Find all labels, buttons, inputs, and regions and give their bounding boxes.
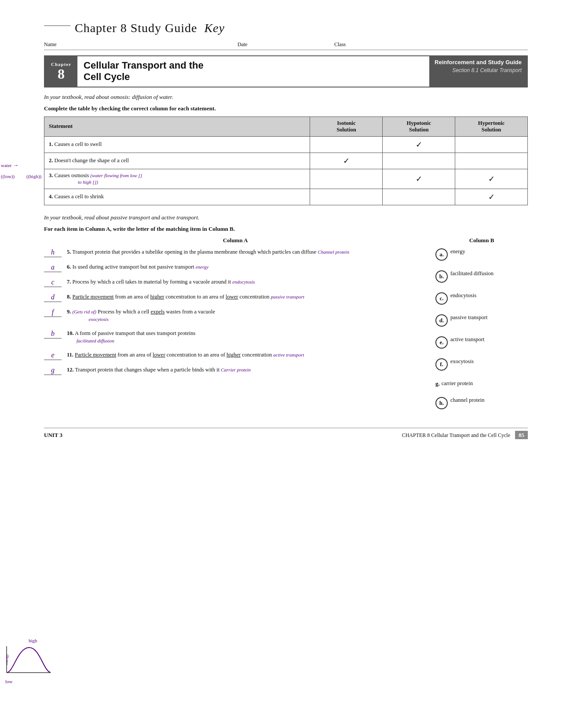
answer-9: f <box>44 308 62 317</box>
matching-item-7: c 7. Process by which a cell takes in ma… <box>44 278 427 287</box>
italic-instruction-2: In your textbook, read about passive tra… <box>44 214 528 221</box>
col-b-item-e: e. active transport <box>435 336 528 349</box>
class-label: Class <box>334 41 528 48</box>
col-b-letter-f: f. <box>435 358 448 371</box>
chapter-number-box: Chapter 8 <box>45 56 77 87</box>
table-cell-statement-1: 1. Causes a cell to swell <box>44 136 310 153</box>
item-text-9: 9. (Gets rid of) Process by which a cell… <box>67 308 215 324</box>
matching-item-9: f 9. (Gets rid of) Process by which a ce… <box>44 308 427 324</box>
footer-chapter: CHAPTER 8 Cellular Transport and the Cel… <box>402 432 528 439</box>
matching-item-8: d 8. Particle movement from an area of h… <box>44 293 427 302</box>
table-cell-statement-3: 3. Causes osmosis (water flowing from lo… <box>44 169 310 189</box>
col-b-item-d: d. passive transport <box>435 314 528 327</box>
matching-item-6: a 6. Is used during active transport but… <box>44 263 427 272</box>
table-header-isotonic: IsotonicSolution <box>310 116 383 136</box>
col-b-letter-g: g. <box>435 380 440 387</box>
item-text-12: 12. Transport protein that changes shape… <box>67 366 251 374</box>
answer-6: a <box>44 263 62 272</box>
table-cell-hypertonic-1 <box>455 136 528 153</box>
answer-7: c <box>44 278 62 287</box>
col-b-text-a: energy <box>450 248 465 255</box>
answer-5: h <box>44 248 62 257</box>
handwritten-title: Chapter 8 Study Guide Key <box>75 21 225 35</box>
item-text-5: 5. Transport protein that provides a tub… <box>67 248 349 256</box>
table-row: 2. Doesn't change the shape of a cell ✓ <box>44 153 528 169</box>
bottom-left-diagram: high energy low <box>4 638 53 684</box>
col-b-text-b: facilitated diffusion <box>450 270 494 277</box>
table-cell-isotonic-4 <box>310 189 383 205</box>
matching-item-11: e 11. Particle movement from an area of … <box>44 351 427 360</box>
energy-curve-svg: energy <box>4 644 53 677</box>
col-b-text-g: carrier protein <box>442 380 473 387</box>
date-label: Date <box>238 41 334 48</box>
chapter-number: 8 <box>58 67 65 81</box>
col-b-text-c: endocytosis <box>450 292 476 299</box>
reinforcement-label: Reinforcement and Study Guide <box>435 59 522 66</box>
matching-section: Column A h 5. Transport protein that pro… <box>44 237 528 419</box>
answer-8: d <box>44 293 62 302</box>
section-label: Section 8.1 Cellular Transport <box>452 67 522 73</box>
item-text-10: 10. A form of passive transport that use… <box>67 330 195 345</box>
table-row: 1. Causes a cell to swell ✓ <box>44 136 528 153</box>
item-text-11: 11. Particle movement from an area of lo… <box>67 351 304 359</box>
bold-instruction-2: For each item in Column A, write the let… <box>44 226 528 233</box>
table-cell-hypotonic-4 <box>383 189 455 205</box>
matching-item-12: g 12. Transport protein that changes sha… <box>44 366 427 375</box>
chapter-title-area: Cellular Transport and the Cell Cycle <box>77 56 429 87</box>
col-b-text-h: channel protein <box>450 397 484 404</box>
col-b-item-a: a. energy <box>435 248 528 261</box>
table-row: 4. Causes a cell to shrink ✓ <box>44 189 528 205</box>
table-header-statement: Statement <box>44 116 310 136</box>
table-cell-hypertonic-3: ✓ <box>455 169 528 189</box>
chapter-title: Cellular Transport and the Cell Cycle <box>84 60 423 83</box>
title-underline <box>44 25 70 26</box>
col-b-letter-h: h. <box>435 397 448 409</box>
col-a-header: Column A <box>44 237 427 244</box>
reinforcement-box: Reinforcement and Study Guide Section 8.… <box>429 56 527 87</box>
col-b-text-e: active transport <box>450 336 484 343</box>
answer-10: b <box>44 330 62 339</box>
meta-row: Name Date Class <box>44 41 528 50</box>
table-cell-statement-4: 4. Causes a cell to shrink <box>44 189 310 205</box>
footer-unit: UNIT 3 <box>44 432 62 439</box>
col-b-text-f: exocytosis <box>450 358 474 365</box>
col-b-letter-c: c. <box>435 292 448 305</box>
table-cell-statement-2: 2. Doesn't change the shape of a cell <box>44 153 310 169</box>
col-b-item-c: c. endocytosis <box>435 292 528 305</box>
osmosis-table: Statement IsotonicSolution HypotonicSolu… <box>44 116 528 205</box>
name-label: Name <box>44 41 238 48</box>
svg-text:energy: energy <box>4 654 9 665</box>
page-footer: UNIT 3 CHAPTER 8 Cellular Transport and … <box>44 428 528 439</box>
col-b-letter-e: e. <box>435 336 448 349</box>
table-cell-hypotonic-2 <box>383 153 455 169</box>
table-cell-hypertonic-2 <box>455 153 528 169</box>
col-b-header: Column B <box>435 237 528 244</box>
col-b-item-b: b. facilitated diffusion <box>435 270 528 283</box>
table-cell-isotonic-1 <box>310 136 383 153</box>
column-b: Column B a. energy b. facilitated diffus… <box>427 237 528 419</box>
page-number: 85 <box>515 431 528 439</box>
item-text-7: 7. Process by which a cell takes in mate… <box>67 278 255 286</box>
chapter-header: Chapter 8 Cellular Transport and the Cel… <box>44 55 528 87</box>
bold-instruction: Complete the table by checking the corre… <box>44 105 528 112</box>
col-b-item-g: g. carrier protein <box>435 380 528 387</box>
low-annotation: ((low)) <box>1 174 15 179</box>
col-b-letter-d: d. <box>435 314 448 327</box>
answer-11: e <box>44 351 62 360</box>
table-cell-isotonic-2: ✓ <box>310 153 383 169</box>
table-cell-hypotonic-3: ✓ <box>383 169 455 189</box>
column-a: Column A h 5. Transport protein that pro… <box>44 237 427 419</box>
col-b-item-h: h. channel protein <box>435 397 528 409</box>
table-cell-isotonic-3 <box>310 169 383 189</box>
water-annotation: water → <box>1 162 18 169</box>
item-text-6: 6. Is used during active transport but n… <box>67 263 208 271</box>
item-text-8: 8. Particle movement from an area of hig… <box>67 293 304 301</box>
col-b-text-d: passive transport <box>450 314 487 321</box>
table-header-hypertonic: HypertonicSolution <box>455 116 528 136</box>
col-b-letter-b: b. <box>435 270 448 283</box>
table-header-hypotonic: HypotonicSolution <box>383 116 455 136</box>
matching-item-10: b 10. A form of passive transport that u… <box>44 330 427 345</box>
answer-12: g <box>44 366 62 375</box>
col-b-item-f: f. exocytosis <box>435 358 528 371</box>
table-cell-hypotonic-1: ✓ <box>383 136 455 153</box>
